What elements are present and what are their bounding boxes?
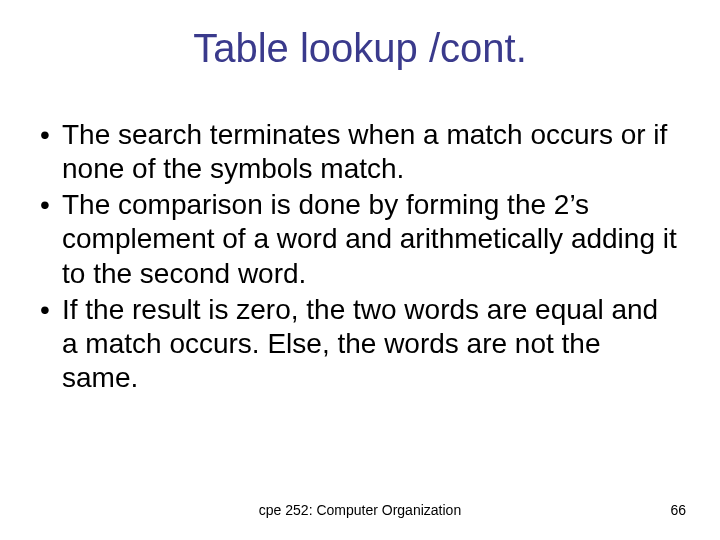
bullet-text: The search terminates when a match occur…	[62, 118, 680, 186]
footer-course: cpe 252: Computer Organization	[0, 502, 720, 518]
bullet-dot-icon: •	[40, 118, 62, 152]
bullet-item: • The search terminates when a match occ…	[40, 118, 680, 186]
bullet-item: • The comparison is done by forming the …	[40, 188, 680, 290]
bullet-dot-icon: •	[40, 188, 62, 222]
slide-title: Table lookup /cont.	[0, 26, 720, 71]
bullet-text: If the result is zero, the two words are…	[62, 293, 680, 395]
bullet-text: The comparison is done by forming the 2’…	[62, 188, 680, 290]
slide-body: • The search terminates when a match occ…	[40, 118, 680, 397]
bullet-item: • If the result is zero, the two words a…	[40, 293, 680, 395]
slide: Table lookup /cont. • The search termina…	[0, 0, 720, 540]
bullet-dot-icon: •	[40, 293, 62, 327]
footer-page-number: 66	[670, 502, 686, 518]
